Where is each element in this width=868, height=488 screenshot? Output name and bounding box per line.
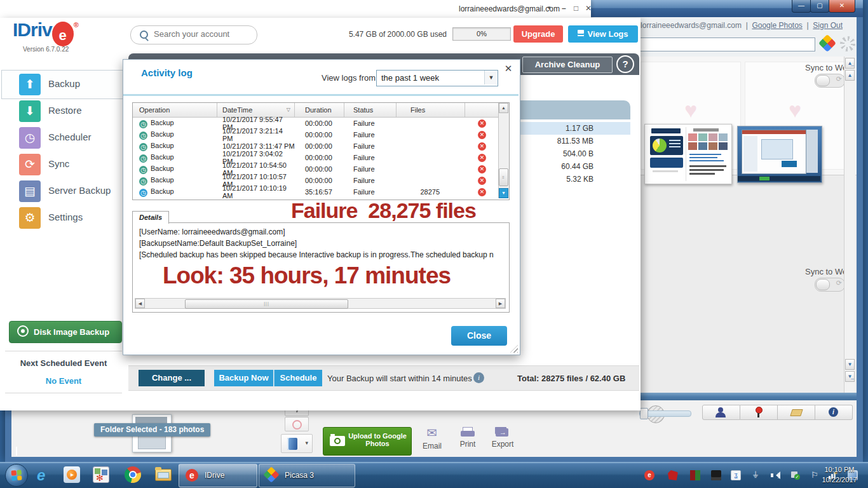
minimize-icon[interactable]: – bbox=[562, 4, 566, 13]
scroll-down-icon[interactable]: ▼ bbox=[845, 359, 855, 370]
add-to-album-button[interactable] bbox=[281, 434, 313, 453]
upload-to-google-photos-button[interactable]: Upload to Google Photos bbox=[323, 427, 412, 456]
log-period-select[interactable]: the past 1 week ▼ bbox=[376, 70, 498, 86]
table-row[interactable]: ◷Backup 10/21/2017 10:54:50 AM00:00:00 F… bbox=[133, 163, 509, 175]
column-header-datetime[interactable]: DateTime ▽ bbox=[217, 103, 295, 117]
info-icon[interactable]: i bbox=[473, 372, 484, 383]
media-player-icon[interactable]: ▸ bbox=[64, 466, 80, 483]
taskbar-clock[interactable]: 10:10 PM 10/22/2017 bbox=[814, 464, 865, 485]
export-button[interactable]: Export bbox=[488, 426, 517, 440]
start-button[interactable] bbox=[5, 464, 28, 487]
notes-tray-icon[interactable]: ʓ bbox=[731, 470, 741, 480]
idrive-titlebar[interactable]: lorraineeedwards@gmail.com ▾ – □ ✕ bbox=[0, 0, 591, 18]
maximize-icon[interactable]: □ bbox=[574, 4, 578, 13]
volume-tray-icon[interactable]: ) bbox=[770, 470, 780, 480]
table-row[interactable]: ◷Backup 10/21/2017 3:21:14 PM00:00:00 Fa… bbox=[133, 129, 509, 140]
minimize-icon[interactable]: — bbox=[792, 0, 811, 13]
column-header-duration[interactable]: Duration bbox=[295, 103, 344, 117]
delete-log-icon[interactable]: ✕ bbox=[478, 188, 486, 196]
google-photos-link[interactable]: Google Photos bbox=[752, 21, 802, 30]
picasa-scrollbar[interactable]: ▲̲ ▲ ▼ ▼̲ bbox=[844, 57, 855, 393]
scroll-to-bottom-icon[interactable]: ▼̲ bbox=[845, 371, 855, 382]
places-view-button[interactable] bbox=[740, 405, 778, 420]
column-header-files[interactable]: Files bbox=[397, 103, 465, 117]
disk-image-backup-button[interactable]: Disk Image Backup bbox=[9, 321, 122, 343]
scroll-to-top-icon[interactable]: ▲̲ bbox=[845, 58, 855, 69]
scroll-up-icon[interactable]: ▲ bbox=[845, 70, 855, 81]
details-tab[interactable]: Details bbox=[132, 211, 169, 224]
maximize-icon[interactable]: ▢ bbox=[810, 0, 829, 13]
zoom-slider-knob[interactable] bbox=[640, 408, 648, 419]
scroll-right-icon[interactable]: ▶ bbox=[496, 299, 505, 308]
upgrade-button[interactable]: Upgrade bbox=[513, 25, 563, 43]
photo-thumbnail-screenshot[interactable] bbox=[737, 126, 822, 183]
close-icon[interactable]: ✕ bbox=[585, 4, 592, 13]
help-button[interactable]: ? bbox=[616, 55, 634, 73]
internet-explorer-icon[interactable]: e bbox=[37, 466, 53, 483]
sidebar-item-scheduler[interactable]: ◷ Scheduler bbox=[0, 125, 127, 151]
power-plug-tray-icon[interactable]: ⏚ bbox=[750, 470, 761, 480]
account-dropdown-icon[interactable]: ▾ bbox=[548, 4, 551, 11]
delete-log-icon[interactable]: ✕ bbox=[478, 119, 486, 128]
tags-view-button[interactable] bbox=[778, 405, 815, 420]
dark-widget-tray-icon[interactable] bbox=[711, 470, 721, 480]
sidebar-item-backup[interactable]: ⬆ Backup bbox=[0, 71, 127, 98]
table-scrollbar[interactable]: ▲ ≡ ▼ bbox=[498, 103, 509, 198]
dialog-resize-grip[interactable] bbox=[510, 345, 518, 353]
scrollbar-thumb[interactable]: ≡ bbox=[499, 168, 508, 186]
view-logs-button[interactable]: View Logs bbox=[568, 25, 638, 43]
sign-out-link[interactable]: Sign Out bbox=[813, 21, 843, 30]
archive-cleanup-button[interactable]: Archive Cleanup bbox=[522, 57, 613, 73]
backup-now-button[interactable]: Backup Now bbox=[214, 370, 273, 386]
clear-selection-button[interactable] bbox=[285, 417, 309, 431]
chrome-icon[interactable] bbox=[125, 466, 141, 483]
next-scheduled-event-value: No Event bbox=[0, 376, 127, 386]
column-header-status[interactable]: Status bbox=[344, 103, 397, 117]
delete-log-icon[interactable]: ✕ bbox=[478, 177, 486, 185]
safely-remove-hardware-tray-icon[interactable]: ✓ bbox=[790, 470, 800, 480]
scroll-left-icon[interactable]: ◀ bbox=[135, 299, 145, 308]
taskbar-button-idrive[interactable]: e IDrive bbox=[179, 464, 257, 487]
column-header-operation[interactable]: Operation bbox=[133, 103, 217, 117]
close-icon[interactable]: ✕ bbox=[503, 63, 514, 74]
sidebar-item-settings[interactable]: ⚙ Settings bbox=[0, 205, 127, 231]
close-button[interactable]: Close bbox=[451, 326, 507, 346]
delete-log-icon[interactable]: ✕ bbox=[478, 142, 486, 151]
scroll-up-icon[interactable]: ▲ bbox=[499, 103, 508, 113]
envelope-icon: ✉ bbox=[427, 426, 438, 440]
people-view-button[interactable] bbox=[702, 405, 740, 420]
schedule-button[interactable]: Schedule bbox=[274, 370, 322, 386]
red-green-panel-tray-icon[interactable] bbox=[690, 470, 700, 480]
sidebar-item-sync[interactable]: ⟳ Sync bbox=[0, 151, 127, 178]
picasa-photo-viewer-icon[interactable]: ✻ bbox=[93, 466, 109, 483]
idrive-tray-icon[interactable]: e bbox=[644, 470, 654, 480]
idrive-lock-icon: e bbox=[186, 469, 198, 482]
zoom-slider[interactable] bbox=[639, 408, 693, 419]
email-button[interactable]: ✉ Email bbox=[416, 426, 448, 451]
table-row[interactable]: ◷Backup 10/21/2017 3:04:02 PM00:00:00 Fa… bbox=[133, 152, 509, 163]
close-icon[interactable]: ✕ bbox=[829, 0, 855, 13]
table-row[interactable]: ◷Backup 10/21/2017 10:10:57 AM00:00:00 F… bbox=[133, 175, 509, 186]
photo-thumbnail-ancestry[interactable] bbox=[644, 124, 732, 184]
delete-log-icon[interactable]: ✕ bbox=[478, 154, 486, 162]
search-input[interactable] bbox=[153, 29, 250, 39]
print-button[interactable]: Print bbox=[454, 426, 481, 440]
sidebar-item-server-backup[interactable]: ▤ Server Backup bbox=[0, 178, 127, 205]
sync-to-web-toggle[interactable]: ⟳ bbox=[815, 74, 845, 88]
details-horizontal-scrollbar[interactable]: ◀ ||| ▶ bbox=[135, 298, 506, 309]
picasa-search-input[interactable] bbox=[635, 37, 815, 51]
delete-log-icon[interactable]: ✕ bbox=[478, 131, 486, 139]
table-row[interactable]: ◷Backup 10/21/2017 3:11:47 PM00:00:00 Fa… bbox=[133, 140, 509, 152]
sync-to-web-toggle[interactable]: ⟳ bbox=[815, 278, 845, 292]
sidebar-item-restore[interactable]: ⬇ Restore bbox=[0, 98, 127, 125]
red-app-tray-icon[interactable] bbox=[668, 470, 678, 480]
delete-log-icon[interactable]: ✕ bbox=[478, 165, 486, 173]
scrollbar-thumb[interactable]: ||| bbox=[185, 299, 348, 309]
scroll-down-icon[interactable]: ▼ bbox=[499, 188, 508, 198]
info-view-button[interactable] bbox=[815, 405, 853, 420]
table-row[interactable]: ◷Backup 10/21/2017 10:10:19 AM35:16:57 F… bbox=[133, 186, 509, 198]
file-explorer-icon[interactable] bbox=[154, 466, 171, 483]
change-button[interactable]: Change ... bbox=[139, 370, 205, 386]
taskbar-button-picasa[interactable]: Picasa 3 bbox=[259, 464, 355, 487]
table-row[interactable]: ◷Backup 10/21/2017 9:55:47 PM00:00:00 Fa… bbox=[133, 118, 509, 129]
